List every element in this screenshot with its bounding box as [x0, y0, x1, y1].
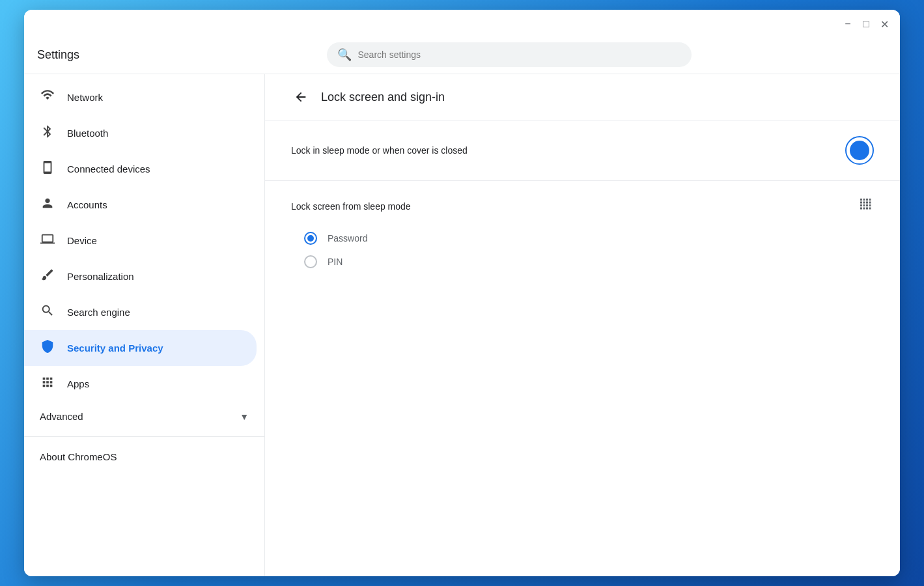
sidebar-label-network: Network [67, 92, 103, 103]
toggle-inner [850, 141, 869, 160]
sidebar-label-bluetooth: Bluetooth [67, 128, 108, 139]
sidebar-item-bluetooth[interactable]: Bluetooth [24, 115, 257, 151]
wifi-icon [40, 89, 55, 106]
sidebar-label-connected-devices: Connected devices [67, 163, 150, 174]
page-header: Lock screen and sign-in [265, 74, 900, 120]
sleep-mode-section: Lock screen from sleep mode Passw [265, 181, 900, 284]
content-area: Network Bluetooth Connected device [24, 74, 900, 576]
sidebar-item-advanced[interactable]: Advanced ▼ [24, 402, 264, 431]
radio-item-password[interactable]: Password [304, 232, 874, 245]
search-icon: 🔍 [337, 48, 352, 62]
sidebar: Network Bluetooth Connected device [24, 74, 265, 576]
password-label: Password [328, 233, 367, 244]
lock-sleep-label: Lock in sleep mode or when cover is clos… [291, 145, 845, 156]
sidebar-label-device: Device [67, 235, 97, 246]
radio-group: Password PIN [291, 232, 874, 268]
password-radio-inner [307, 235, 314, 242]
lock-sleep-toggle[interactable] [845, 136, 874, 165]
close-button[interactable]: ✕ [876, 16, 892, 32]
pin-radio-button[interactable] [304, 255, 317, 268]
brush-icon [40, 268, 55, 285]
page-title: Lock screen and sign-in [321, 91, 445, 104]
sidebar-divider [24, 436, 264, 437]
titlebar: − □ ✕ [24, 10, 900, 38]
laptop-icon [40, 232, 55, 249]
sidebar-label-search-engine: Search engine [67, 307, 130, 318]
device-icon [40, 160, 55, 178]
apps-icon [40, 375, 55, 393]
header: Settings 🔍 [24, 38, 900, 74]
sidebar-item-apps[interactable]: Apps [24, 366, 257, 402]
pin-label: PIN [328, 257, 343, 267]
toggle-outer[interactable] [845, 136, 874, 165]
sidebar-label-personalization: Personalization [67, 271, 134, 282]
sidebar-item-search-engine[interactable]: Search engine [24, 294, 257, 330]
chevron-down-icon: ▼ [240, 412, 249, 422]
main-content: Lock screen and sign-in Lock in sleep mo… [265, 74, 900, 576]
sidebar-item-device[interactable]: Device [24, 223, 257, 258]
maximize-button[interactable]: □ [858, 16, 874, 32]
sidebar-item-network[interactable]: Network [24, 79, 257, 115]
sleep-mode-header: Lock screen from sleep mode [291, 197, 874, 216]
search-input[interactable] [358, 49, 681, 60]
password-radio-button[interactable] [304, 232, 317, 245]
grid-icon[interactable] [858, 197, 874, 216]
app-title: Settings [37, 48, 115, 62]
bluetooth-icon [40, 124, 55, 142]
search-engine-icon [40, 303, 55, 321]
shield-icon [40, 339, 55, 357]
lock-sleep-mode-row: Lock in sleep mode or when cover is clos… [265, 120, 900, 181]
settings-window: − □ ✕ Settings 🔍 Network [24, 10, 900, 576]
sidebar-item-personalization[interactable]: Personalization [24, 258, 257, 294]
sidebar-label-accounts: Accounts [67, 199, 107, 210]
sidebar-label-security-privacy: Security and Privacy [67, 342, 163, 354]
sleep-mode-label: Lock screen from sleep mode [291, 201, 411, 212]
sidebar-label-apps: Apps [67, 378, 89, 389]
search-bar: 🔍 [327, 42, 692, 67]
sidebar-item-about[interactable]: About ChromeOS [24, 442, 264, 471]
person-icon [40, 196, 55, 214]
sidebar-item-connected-devices[interactable]: Connected devices [24, 151, 257, 187]
sidebar-item-accounts[interactable]: Accounts [24, 187, 257, 223]
about-label: About ChromeOS [40, 451, 117, 462]
radio-item-pin[interactable]: PIN [304, 255, 874, 268]
minimize-button[interactable]: − [840, 16, 856, 32]
back-button[interactable] [291, 87, 311, 107]
sidebar-item-security-privacy[interactable]: Security and Privacy [24, 330, 257, 366]
advanced-label: Advanced [40, 411, 234, 422]
